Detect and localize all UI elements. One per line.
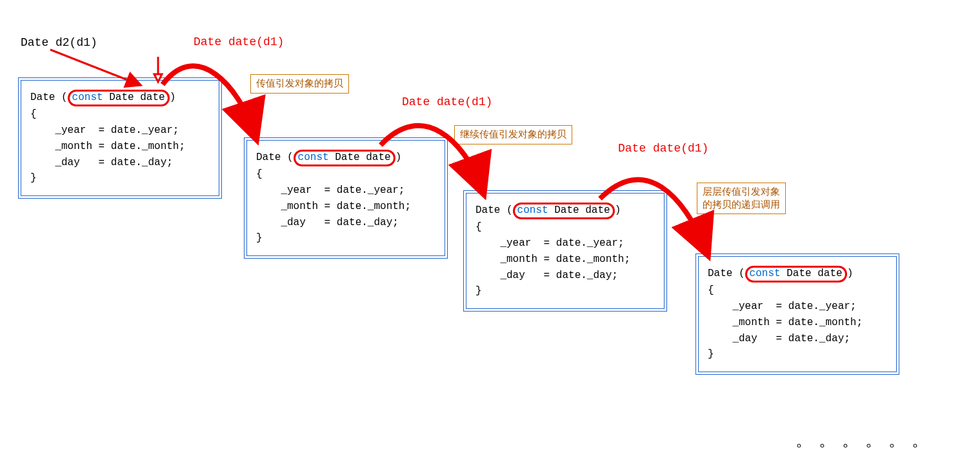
code-head-pre: Date ( <box>256 152 294 163</box>
keyword-const: const <box>72 92 103 103</box>
param-rest: Date date <box>329 152 391 163</box>
annot-3: 层层传值引发对象 的拷贝的递归调用 <box>697 183 786 214</box>
code-box-inner: Date (const Date date) { _year = date._y… <box>698 256 897 372</box>
top-decl-text: Date d2(d1) <box>21 36 97 49</box>
annot-1: 传值引发对象的拷贝 <box>250 74 349 94</box>
code-box-2: Date (const Date date) { _year = date._y… <box>244 137 448 259</box>
code-head-pre: Date ( <box>708 268 745 279</box>
code-box-inner: Date (const Date date) { _year = date._y… <box>466 193 665 309</box>
call-label-3: Date date(d1) <box>618 142 708 155</box>
param-const-date-date: const Date date <box>513 203 615 219</box>
param-rest: Date date <box>103 92 165 103</box>
param-const-date-date: const Date date <box>68 90 170 106</box>
keyword-const: const <box>750 268 781 279</box>
code-box-inner: Date (const Date date) { _year = date._y… <box>246 140 445 256</box>
code-body: { _year = date._year; _month = date._mon… <box>708 284 863 360</box>
ellipsis-dots: 。。。。。。 <box>795 429 935 452</box>
param-rest: Date date <box>548 204 610 216</box>
call-label-2: Date date(d1) <box>402 95 492 108</box>
annot-2: 继续传值引发对象的拷贝 <box>454 125 572 144</box>
code-box-inner: Date (const Date date) { _year = date._y… <box>21 80 219 196</box>
code-box-1: Date (const Date date) { _year = date._y… <box>18 77 222 199</box>
code-body: { _year = date._year; _month = date._mon… <box>256 168 411 244</box>
code-box-4: Date (const Date date) { _year = date._y… <box>695 253 899 375</box>
code-head-post: ) <box>847 268 854 279</box>
param-const-date-date: const Date date <box>745 266 847 283</box>
code-body: { _year = date._year; _month = date._mon… <box>30 108 185 184</box>
code-head-post: ) <box>170 92 176 103</box>
keyword-const: const <box>298 152 329 163</box>
code-head-post: ) <box>615 204 621 216</box>
call-label-1: Date date(d1) <box>194 35 284 48</box>
code-head-post: ) <box>395 152 402 163</box>
code-body: { _year = date._year; _month = date._mon… <box>475 221 630 297</box>
code-head-pre: Date ( <box>475 204 513 216</box>
code-head-pre: Date ( <box>30 92 68 103</box>
param-const-date-date: const Date date <box>294 150 395 166</box>
param-rest: Date date <box>781 268 843 279</box>
keyword-const: const <box>517 204 548 216</box>
code-box-3: Date (const Date date) { _year = date._y… <box>463 190 667 312</box>
